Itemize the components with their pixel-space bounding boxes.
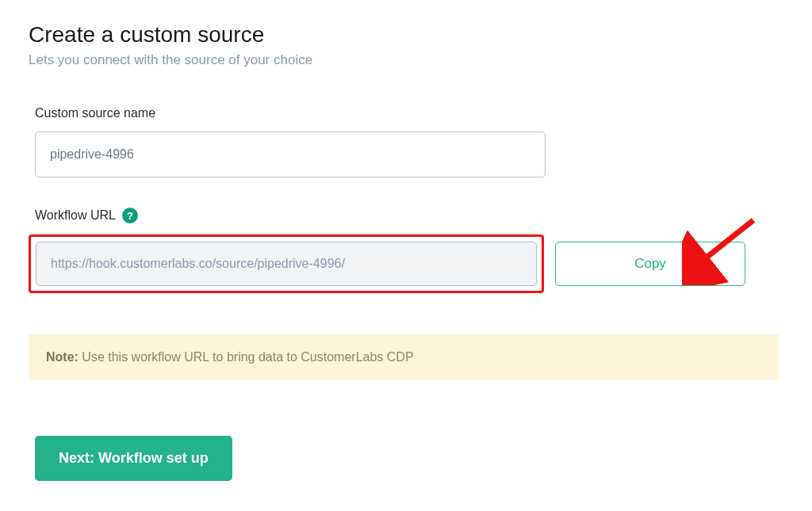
workflow-url-highlight: https://hook.customerlabs.co/source/pipe… [29, 235, 544, 293]
workflow-url-row: https://hook.customerlabs.co/source/pipe… [29, 235, 783, 293]
note-text: Use this workflow URL to bring data to C… [79, 350, 414, 364]
workflow-url-label-row: Workflow URL ? [29, 208, 783, 223]
workflow-url-display[interactable]: https://hook.customerlabs.co/source/pipe… [36, 242, 537, 286]
source-name-input[interactable] [35, 132, 546, 177]
help-icon[interactable]: ? [122, 208, 138, 223]
workflow-url-group: Workflow URL ? [29, 208, 783, 223]
source-name-label: Custom source name [29, 106, 783, 120]
note-box: Note: Use this workflow URL to bring dat… [29, 334, 779, 380]
copy-button[interactable]: Copy [555, 242, 745, 286]
source-name-group: Custom source name [29, 106, 783, 177]
next-button[interactable]: Next: Workflow set up [35, 436, 232, 481]
page-subtitle: Lets you connect with the source of your… [29, 52, 783, 68]
note-prefix: Note: [46, 350, 79, 364]
workflow-url-label: Workflow URL [35, 208, 116, 223]
page-title: Create a custom source [29, 22, 783, 48]
